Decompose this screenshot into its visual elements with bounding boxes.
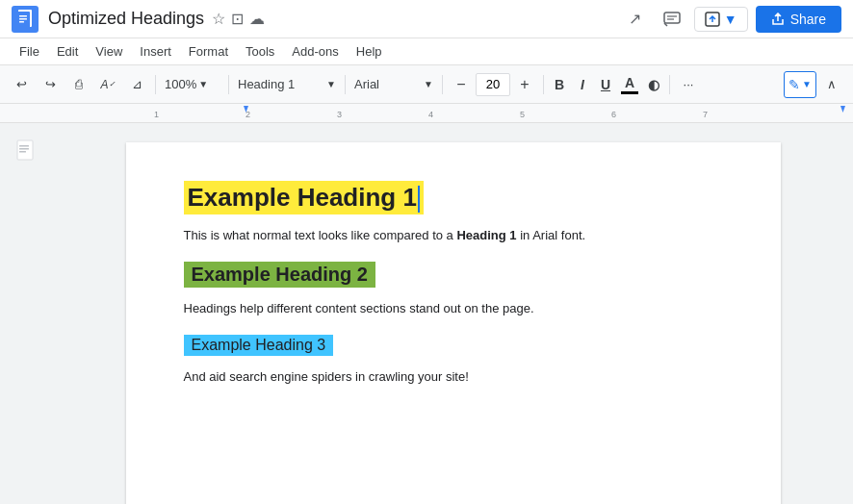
svg-text:1: 1 (154, 110, 159, 119)
underline-button[interactable]: U (595, 71, 616, 98)
document-page: Example Heading 1 This is what normal te… (126, 142, 781, 504)
side-panel-doc-icon[interactable] (10, 135, 44, 169)
cloud-icon[interactable]: ☁ (249, 10, 265, 28)
svg-rect-3 (19, 18, 27, 20)
heading3-text[interactable]: Example Heading 3 (184, 335, 334, 356)
side-panel (0, 123, 53, 504)
body-text-3: And aid search engine spiders in crawlin… (184, 367, 723, 388)
redo-button[interactable]: ↪ (37, 71, 64, 98)
comment-icon[interactable] (658, 5, 686, 34)
heading-style-select[interactable]: Heading 1 ▼ (234, 71, 340, 98)
font-size-increase[interactable]: + (511, 71, 538, 98)
svg-marker-18 (840, 106, 845, 113)
svg-rect-22 (19, 151, 26, 153)
collapse-toolbar-button[interactable]: ∧ (818, 71, 845, 98)
title-icons: ☆ ⊡ ☁ (212, 10, 265, 28)
document-area[interactable]: Example Heading 1 This is what normal te… (53, 123, 853, 504)
font-size-decrease[interactable]: − (448, 71, 475, 98)
divider-2 (228, 75, 229, 94)
doc-title: Optimized Headings (48, 9, 204, 29)
heading2-text[interactable]: Example Heading 2 (184, 262, 375, 288)
zoom-select[interactable]: 100% ▼ (161, 71, 223, 98)
svg-text:6: 6 (611, 110, 616, 119)
italic-button[interactable]: I (572, 71, 593, 98)
heading1-block: Example Heading 1 (184, 181, 723, 222)
paint-format-button[interactable]: ⊿ (123, 71, 150, 98)
share-label: Share (790, 12, 826, 27)
font-family-select[interactable]: Arial ▼ (350, 71, 437, 98)
undo-button[interactable]: ↩ (8, 71, 35, 98)
more-options-button[interactable]: ··· (675, 71, 702, 98)
main-area: Example Heading 1 This is what normal te… (0, 123, 853, 504)
font-size-control: − + (448, 71, 538, 98)
print-button[interactable]: ⎙ (65, 71, 92, 98)
body-text-2: Headings help different content sections… (184, 299, 723, 319)
divider-1 (155, 75, 156, 94)
text-color-button[interactable]: A (618, 71, 641, 98)
svg-rect-4 (19, 21, 24, 23)
divider-5 (543, 75, 544, 94)
font-size-input[interactable] (476, 73, 510, 96)
menu-addons[interactable]: Add-ons (284, 41, 346, 62)
highlight-button[interactable]: ◐ (643, 71, 664, 98)
edit-mode-button[interactable]: ✎ ▼ (784, 71, 816, 98)
menu-tools[interactable]: Tools (238, 41, 282, 62)
menu-insert[interactable]: Insert (132, 41, 179, 62)
divider-4 (442, 75, 443, 94)
svg-rect-21 (19, 148, 29, 150)
menu-view[interactable]: View (88, 41, 130, 62)
chart-icon[interactable]: ↗ (621, 5, 650, 34)
spellcheck-button[interactable]: A✓ (94, 71, 121, 98)
title-bar: Optimized Headings ☆ ⊡ ☁ ↗ ▼ (0, 0, 853, 38)
share-button[interactable]: Share (756, 6, 841, 33)
folder-icon[interactable]: ⊡ (231, 10, 244, 28)
bold-button[interactable]: B (549, 71, 570, 98)
body-text-1: This is what normal text looks like comp… (184, 226, 723, 246)
svg-text:3: 3 (337, 110, 342, 119)
svg-rect-5 (664, 13, 680, 23)
menu-bar: File Edit View Insert Format Tools Add-o… (0, 38, 853, 65)
svg-rect-1 (16, 12, 30, 29)
svg-text:4: 4 (428, 110, 433, 119)
svg-text:7: 7 (703, 110, 708, 119)
heading1-text[interactable]: Example Heading 1 (184, 181, 424, 214)
heading3-block: Example Heading 3 (184, 335, 723, 364)
heading2-block: Example Heading 2 (184, 262, 723, 295)
move-to-button[interactable]: ▼ (694, 7, 748, 32)
toolbar: ↩ ↪ ⎙ A✓ ⊿ 100% ▼ Heading 1 ▼ Arial ▼ − … (0, 65, 853, 104)
svg-rect-2 (19, 15, 27, 17)
star-icon[interactable]: ☆ (212, 10, 225, 28)
header-right: ↗ ▼ Share (621, 5, 841, 34)
svg-text:5: 5 (520, 110, 525, 119)
divider-6 (669, 75, 670, 94)
ruler: 1 2 3 4 5 6 7 (0, 104, 853, 123)
menu-file[interactable]: File (12, 41, 47, 62)
divider-3 (345, 75, 346, 94)
menu-edit[interactable]: Edit (49, 41, 86, 62)
text-color-indicator (621, 91, 638, 94)
app-icon (12, 6, 39, 33)
menu-help[interactable]: Help (349, 41, 390, 62)
svg-rect-20 (19, 145, 29, 147)
svg-rect-19 (17, 140, 33, 160)
menu-format[interactable]: Format (181, 41, 236, 62)
